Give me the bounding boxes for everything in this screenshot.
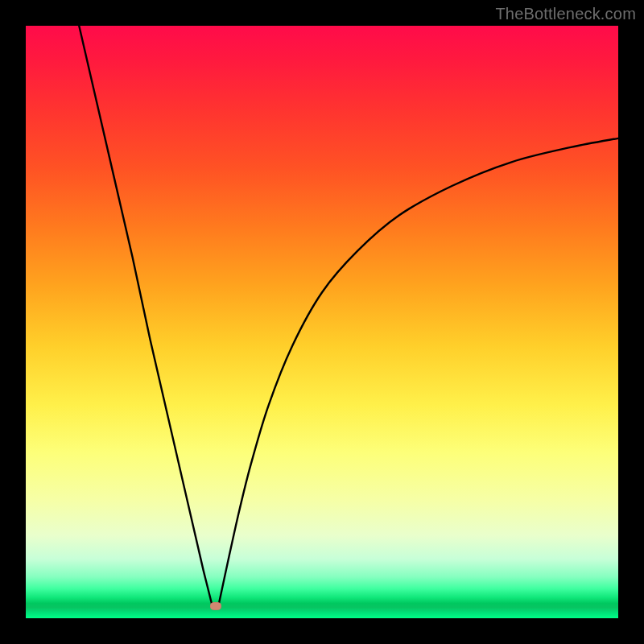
watermark-text: TheBottleneck.com <box>495 5 636 23</box>
optimum-marker <box>210 602 221 610</box>
chart-stage: TheBottleneck.com <box>0 0 644 644</box>
curve-layer <box>26 26 618 618</box>
left-branch-curve <box>79 26 213 606</box>
plot-area <box>26 26 618 618</box>
right-branch-curve <box>218 138 618 606</box>
